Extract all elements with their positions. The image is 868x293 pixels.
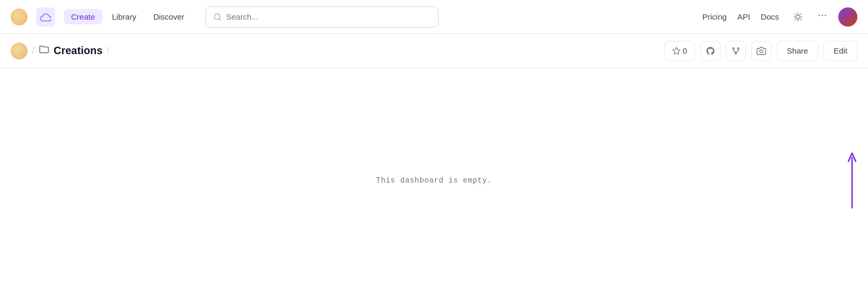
breadcrumb: / Creations / (11, 42, 110, 59)
main-content: This dashboard is empty. (0, 68, 868, 293)
camera-icon (757, 46, 766, 56)
page-title: Creations (54, 45, 102, 57)
svg-point-9 (760, 49, 763, 53)
nav-link-create[interactable]: Create (64, 9, 102, 24)
share-button[interactable]: Share (777, 41, 818, 61)
camera-button[interactable] (751, 41, 771, 61)
empty-state-text: This dashboard is empty. (376, 176, 492, 185)
more-options-button[interactable] (817, 10, 828, 23)
svg-point-4 (825, 15, 827, 16)
search-bar[interactable] (205, 6, 439, 28)
svg-point-3 (822, 15, 823, 16)
share-label: Share (787, 46, 808, 55)
user-avatar[interactable] (838, 7, 857, 27)
arrow-indicator (847, 68, 857, 293)
fork-icon (731, 46, 741, 56)
folder-icon (39, 44, 50, 57)
breadcrumb-sep-right: / (107, 45, 109, 56)
edit-button[interactable]: Edit (823, 41, 857, 61)
breadcrumb-sep-left: / (32, 45, 34, 56)
svg-point-2 (819, 15, 820, 16)
star-count: 0 (683, 46, 687, 55)
pricing-link[interactable]: Pricing (702, 12, 727, 21)
settings-button[interactable] (726, 41, 746, 61)
nav-link-library[interactable]: Library (105, 9, 144, 24)
nav-links: Create Library Discover (64, 9, 192, 24)
sun-icon (793, 12, 803, 22)
docs-link[interactable]: Docs (761, 12, 779, 21)
theme-toggle[interactable] (789, 8, 806, 25)
github-button[interactable] (700, 41, 721, 61)
star-icon (672, 47, 681, 55)
user-logo-avatar[interactable] (11, 8, 28, 25)
search-icon (213, 13, 222, 21)
star-button[interactable]: 0 (664, 41, 695, 61)
sub-avatar (11, 42, 28, 59)
nav-right-links: Pricing API Docs (702, 7, 857, 27)
edit-label: Edit (834, 46, 847, 55)
svg-point-1 (796, 15, 800, 19)
sub-navigation: / Creations / 0 (0, 34, 868, 68)
svg-marker-5 (673, 47, 680, 54)
github-icon (706, 46, 715, 56)
action-buttons: 0 Share Edit (664, 41, 857, 61)
top-navigation: Create Library Discover Pricing API Docs (0, 0, 868, 34)
cloud-icon[interactable] (36, 7, 55, 27)
nav-link-discover[interactable]: Discover (146, 9, 192, 24)
search-input[interactable] (226, 12, 431, 21)
api-link[interactable]: API (737, 12, 750, 21)
